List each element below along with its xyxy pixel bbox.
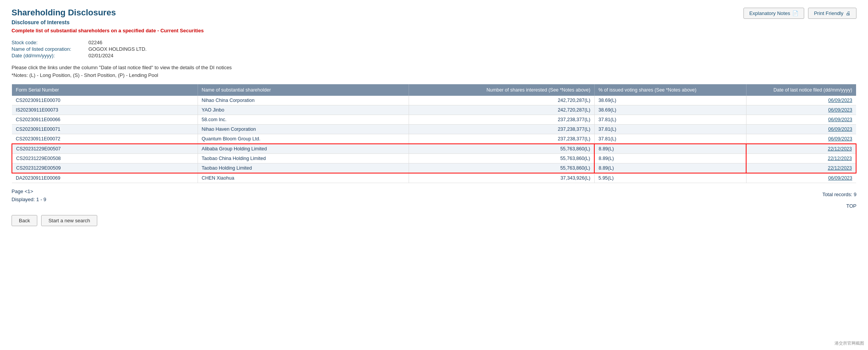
cell-name: Nihao China Corporation <box>198 96 409 105</box>
header-pct: % of issued voting shares (See *Notes ab… <box>594 84 746 96</box>
query-title: Complete list of substantial shareholder… <box>12 28 204 33</box>
cell-date[interactable]: 06/09/2023 <box>746 173 856 183</box>
table-header-row: Form Serial Number Name of substantial s… <box>12 84 856 96</box>
header-name: Name of substantial shareholder <box>198 84 409 96</box>
notes-line1: Please click the links under the column … <box>12 64 856 72</box>
notes-section: Please click the links under the column … <box>12 64 856 79</box>
start-new-search-button[interactable]: Start a new search <box>41 215 97 226</box>
cell-shares: 55,763,860(L) <box>409 154 594 163</box>
table-row: CS20231229E00507Alibaba Group Holding Li… <box>12 144 856 154</box>
print-friendly-button[interactable]: Print Friendly 🖨 <box>808 8 856 19</box>
table-row: CS20230911E0006658.com Inc.237,238,377(L… <box>12 115 856 125</box>
cell-name: Taobao China Holding Limited <box>198 154 409 163</box>
cell-name: Quantum Bloom Group Ltd. <box>198 134 409 144</box>
cell-pct: 37.81(L) <box>594 125 746 134</box>
cell-date[interactable]: 06/09/2023 <box>746 96 856 105</box>
cell-date[interactable]: 22/12/2023 <box>746 154 856 163</box>
cell-pct: 37.81(L) <box>594 134 746 144</box>
cell-pct: 38.69(L) <box>594 105 746 115</box>
explanatory-notes-button[interactable]: Explanatory Notes 📄 <box>743 8 804 19</box>
notes-line2: *Notes: (L) - Long Position, (S) - Short… <box>12 72 856 79</box>
cell-date[interactable]: 06/09/2023 <box>746 125 856 134</box>
cell-shares: 37,343,926(L) <box>409 173 594 183</box>
corporation-value: GOGOX HOLDINGS LTD. <box>88 46 146 52</box>
document-icon: 📄 <box>792 10 798 16</box>
print-friendly-label: Print Friendly <box>814 10 843 16</box>
cell-pct: 8.89(L) <box>594 154 746 163</box>
cell-pct: 37.81(L) <box>594 115 746 125</box>
cell-name: Taobao Holding Limited <box>198 163 409 173</box>
cell-shares: 55,763,860(L) <box>409 144 594 154</box>
cell-date[interactable]: 22/12/2023 <box>746 144 856 154</box>
cell-serial: CS20231229E00508 <box>12 154 198 163</box>
cell-shares: 237,238,377(L) <box>409 125 594 134</box>
top-link[interactable]: TOP <box>12 203 856 209</box>
back-button[interactable]: Back <box>12 215 37 226</box>
table-row: CS20230911E00070Nihao China Corporation2… <box>12 96 856 105</box>
table-row: CS20231229E00509Taobao Holding Limited55… <box>12 163 856 173</box>
table-row: CS20230911E00072Quantum Bloom Group Ltd.… <box>12 134 856 144</box>
date-label: Date (dd/mm/yyyy): <box>12 53 88 58</box>
page-subtitle: Disclosure of Interests <box>12 19 204 25</box>
cell-shares: 237,238,377(L) <box>409 115 594 125</box>
cell-serial: CS20230911E00070 <box>12 96 198 105</box>
stock-code-value: 02246 <box>88 40 102 45</box>
shareholders-table: Form Serial Number Name of substantial s… <box>12 84 856 183</box>
table-row: IS20230911E00073YAO Jinbo242,720,287(L)3… <box>12 105 856 115</box>
stock-code-label: Stock code: <box>12 40 88 45</box>
info-section: Stock code: 02246 Name of listed corpora… <box>12 40 856 58</box>
cell-pct: 8.89(L) <box>594 144 746 154</box>
date-value: 02/01/2024 <box>88 53 113 58</box>
cell-serial: CS20231229E00509 <box>12 163 198 173</box>
cell-shares: 242,720,287(L) <box>409 105 594 115</box>
page-title: Shareholding Disclosures <box>12 8 204 18</box>
cell-shares: 55,763,860(L) <box>409 163 594 173</box>
cell-shares: 237,238,377(L) <box>409 134 594 144</box>
header-date: Date of last notice filed (dd/mm/yyyy) <box>746 84 856 96</box>
cell-pct: 8.89(L) <box>594 163 746 173</box>
header-serial: Form Serial Number <box>12 84 198 96</box>
corporation-label: Name of listed corporation: <box>12 46 88 52</box>
cell-pct: 5.95(L) <box>594 173 746 183</box>
explanatory-notes-label: Explanatory Notes <box>749 10 790 16</box>
cell-serial: CS20230911E00066 <box>12 115 198 125</box>
cell-name: CHEN Xiaohua <box>198 173 409 183</box>
cell-serial: IS20230911E00073 <box>12 105 198 115</box>
cell-name: YAO Jinbo <box>198 105 409 115</box>
header-shares: Number of shares interested (See *Notes … <box>409 84 594 96</box>
cell-date[interactable]: 06/09/2023 <box>746 105 856 115</box>
cell-shares: 242,720,287(L) <box>409 96 594 105</box>
displayed-label: Displayed: 1 - 9 <box>12 197 46 202</box>
cell-name: Alibaba Group Holding Limited <box>198 144 409 154</box>
cell-serial: CS20230911E00071 <box>12 125 198 134</box>
cell-name: 58.com Inc. <box>198 115 409 125</box>
cell-date[interactable]: 06/09/2023 <box>746 134 856 144</box>
cell-serial: DA20230911E00069 <box>12 173 198 183</box>
cell-serial: CS20231229E00507 <box>12 144 198 154</box>
table-row: CS20230911E00071Nihao Haven Corporation2… <box>12 125 856 134</box>
cell-date[interactable]: 22/12/2023 <box>746 163 856 173</box>
table-row: CS20231229E00508Taobao China Holding Lim… <box>12 154 856 163</box>
printer-icon: 🖨 <box>846 10 851 16</box>
cell-pct: 38.69(L) <box>594 96 746 105</box>
page-label: Page <1> <box>12 188 46 194</box>
table-row: DA20230911E00069CHEN Xiaohua37,343,926(L… <box>12 173 856 183</box>
cell-name: Nihao Haven Corporation <box>198 125 409 134</box>
total-records: Total records: 9 <box>822 192 856 197</box>
cell-date[interactable]: 06/09/2023 <box>746 115 856 125</box>
cell-serial: CS20230911E00072 <box>12 134 198 144</box>
